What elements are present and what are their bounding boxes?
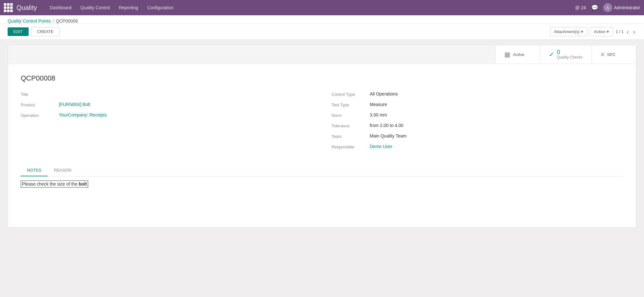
user-avatar: A [603,3,612,12]
main-content: ▦ Active ✓ 0 Quality Checks ≡ SPC QCP000… [0,40,644,233]
form-card: QCP00008 Title Product [FURN004] Bolt Op… [8,64,636,228]
menu-reporting[interactable]: Reporting [115,3,142,12]
spc-icon: ≡ [601,51,605,58]
field-test-type-label: Test Type [332,102,370,107]
quality-checks-label: Quality Checks [557,55,583,60]
active-status-button[interactable]: ▦ Active [495,45,540,64]
brand-logo: Quality [17,4,37,11]
pagination: 1 / 1 ‹ › [616,28,636,35]
field-operation-label: Operation [21,112,59,118]
tabs-section: NOTES REASON Please check the size of th… [21,165,623,215]
status-bar: ▦ Active ✓ 0 Quality Checks ≡ SPC [8,45,636,64]
menu-quality-control[interactable]: Quality Control [77,3,114,12]
operation-link[interactable]: YourCompany: Receipts [59,112,107,117]
create-button[interactable]: CREATE [31,27,60,36]
field-norm-label: Norm [332,112,370,118]
attachments-label: Attachment(s) [554,29,580,34]
quality-checks-count: 0 [557,49,583,55]
responsible-link[interactable]: Demo User [370,144,392,149]
field-team-value: Main Quality Team [370,133,623,138]
form-left: Title Product [FURN004] Bolt Operation Y… [21,91,312,154]
notes-text: Please check the size of the bolt [21,180,88,187]
field-product-value: [FURN004] Bolt [59,102,312,107]
quality-checks-button[interactable]: ✓ 0 Quality Checks [540,45,592,64]
top-nav: Quality Dashboard Quality Control Report… [0,0,644,15]
field-responsible: Responsible Demo User [332,144,623,149]
active-icon: ▦ [504,51,510,58]
field-tolerance-value: from 2.00 to 4.00 [370,123,623,128]
spc-label: SPC [607,52,616,57]
breadcrumb-parent[interactable]: Quality Control Points [8,18,51,24]
menu-dashboard[interactable]: Dashboard [46,3,75,12]
chat-icon[interactable]: 💬 [591,4,598,11]
tabs-bar: NOTES REASON [21,165,623,176]
nav-right: @ 24 💬 A Administrator [575,3,640,12]
tab-reason[interactable]: REASON [48,165,78,176]
field-norm: Norm 3.00 mm [332,112,623,118]
field-norm-value: 3.00 mm [370,112,623,117]
pagination-next-button[interactable]: › [632,28,636,35]
breadcrumb-current: QCP00008 [56,18,78,24]
field-product-label: Product [21,102,59,107]
notes-content: Please check the size of the bolt [21,176,623,215]
field-tolerance-label: Tolerance [332,123,370,128]
at-icon: @ [575,5,580,10]
field-operation-value: YourCompany: Receipts [59,112,312,117]
field-title-label: Title [21,91,59,97]
field-control-type-value: All Operations [370,91,623,96]
field-test-type-value: Measure [370,102,623,107]
notes-text-before-bold: Please check the size of the [22,181,79,187]
toolbar: EDIT CREATE Attachment(s) ▾ Action ▾ 1 /… [0,24,644,40]
tab-notes[interactable]: NOTES [21,165,48,176]
attachments-button[interactable]: Attachment(s) ▾ [550,27,587,36]
field-team-label: Team [332,133,370,139]
menu-configuration[interactable]: Configuration [143,3,177,12]
field-operation: Operation YourCompany: Receipts [21,112,312,118]
notes-bold-text: bolt [79,181,87,187]
notification-badge[interactable]: @ 24 [575,5,586,10]
pagination-prev-button[interactable]: ‹ [626,28,630,35]
breadcrumb-separator: / [52,18,54,24]
action-label: Action [594,29,606,34]
quality-checks-icon: ✓ [549,51,554,58]
field-team: Team Main Quality Team [332,133,623,139]
action-button[interactable]: Action ▾ [590,27,613,36]
pagination-text: 1 / 1 [616,29,624,34]
attachments-chevron-icon: ▾ [581,29,583,34]
user-menu[interactable]: A Administrator [603,3,640,12]
spc-button[interactable]: ≡ SPC [592,45,636,64]
edit-button[interactable]: EDIT [8,27,29,36]
field-responsible-value: Demo User [370,144,623,149]
badge-count: 24 [581,5,586,10]
apps-menu-icon[interactable] [4,3,13,12]
field-title: Title [21,91,312,97]
breadcrumb-toolbar-area: Quality Control Points / QCP00008 [0,15,644,24]
action-chevron-icon: ▾ [607,29,609,34]
form-right: Control Type All Operations Test Type Me… [332,91,623,154]
form-body: Title Product [FURN004] Bolt Operation Y… [21,91,623,154]
breadcrumb: Quality Control Points / QCP00008 [8,18,636,24]
main-menu: Dashboard Quality Control Reporting Conf… [46,3,572,12]
field-product: Product [FURN004] Bolt [21,102,312,107]
user-name: Administrator [614,5,640,10]
field-control-type-label: Control Type [332,91,370,97]
active-label: Active [513,52,524,57]
product-link[interactable]: [FURN004] Bolt [59,102,90,107]
field-responsible-label: Responsible [332,144,370,149]
field-test-type: Test Type Measure [332,102,623,107]
record-id: QCP00008 [21,74,623,82]
quality-checks-info: 0 Quality Checks [557,49,583,60]
field-control-type: Control Type All Operations [332,91,623,97]
field-tolerance: Tolerance from 2.00 to 4.00 [332,123,623,128]
